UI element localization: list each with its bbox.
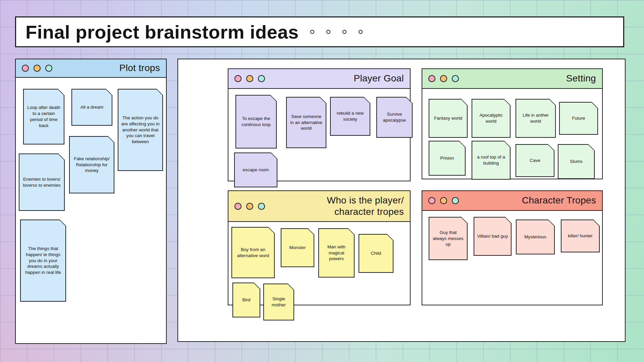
board-frame: Player Goal To escape the continous loop…	[177, 59, 626, 342]
panel-title-line1: Who is the player/	[327, 195, 404, 206]
sticky-note[interactable]: Life in anther world	[516, 99, 556, 138]
panel-setting-header: Setting	[422, 69, 602, 89]
panel-setting[interactable]: Setting Fantasy world Apocalyptic world …	[422, 68, 603, 179]
whiteboard-canvas[interactable]: Final project brainstorm ideas Plot trop…	[0, 0, 644, 362]
sticky-note[interactable]: Mysterious	[516, 220, 555, 254]
traffic-lights	[234, 203, 265, 210]
circle-mint-icon[interactable]	[45, 65, 52, 72]
panel-plot-trops-header: Plot trops	[16, 59, 166, 78]
sticky-note[interactable]: Enemies to lovers/ loverss to enemies	[19, 154, 65, 211]
circle-pink-icon[interactable]	[22, 65, 29, 72]
circle-pink-icon[interactable]	[428, 75, 435, 82]
sticky-note[interactable]: Boy from an alternative word	[231, 227, 275, 278]
panel-title: Character Tropes	[522, 195, 596, 206]
sticky-note[interactable]: Save someone in an alternative world	[286, 97, 326, 148]
circle-pink-icon[interactable]	[234, 203, 241, 210]
traffic-lights	[428, 75, 459, 82]
sticky-note[interactable]: rebuild a new society	[330, 97, 370, 136]
sticky-note[interactable]: Fake relationship/ Relationship for mone…	[69, 136, 114, 193]
sticky-note[interactable]: Guy that always messes up	[429, 217, 468, 260]
circle-orange-icon[interactable]	[34, 65, 41, 72]
panel-title-line2: character tropes	[327, 206, 404, 218]
panel-character-tropes-header: Character Tropes	[422, 191, 602, 211]
sticky-note[interactable]: Fantasy world	[429, 99, 468, 138]
panel-title: Player Goal	[354, 73, 404, 84]
circle-mint-icon[interactable]	[452, 197, 459, 204]
panel-player-tropes-header: Who is the player/ character tropes	[228, 191, 410, 222]
circle-pink-icon[interactable]	[234, 75, 241, 82]
circle-orange-icon[interactable]	[246, 75, 253, 82]
panel-title: Plot trops	[119, 62, 160, 74]
traffic-lights	[234, 75, 265, 82]
sticky-note[interactable]: Future	[559, 102, 598, 135]
sticky-note[interactable]: Survive apocalypse	[376, 97, 413, 138]
sticky-note[interactable]: To escape the continous loop	[235, 95, 277, 148]
traffic-lights	[428, 197, 459, 204]
panel-player-goal[interactable]: Player Goal To escape the continous loop…	[228, 68, 411, 181]
traffic-lights	[22, 65, 52, 72]
sticky-note[interactable]: Cave	[516, 144, 554, 177]
dot-icon	[359, 30, 363, 34]
sticky-note[interactable]: The things that happen/ te things you do…	[20, 220, 66, 302]
circle-mint-icon[interactable]	[258, 203, 265, 210]
page-title: Final project brainstorm ideas	[25, 21, 299, 43]
sticky-note[interactable]: Loop after death to a certain period of …	[23, 89, 64, 144]
sticky-note[interactable]: Single mother	[263, 284, 294, 320]
title-bar: Final project brainstorm ideas	[15, 16, 624, 47]
circle-orange-icon[interactable]	[440, 197, 447, 204]
sticky-note[interactable]: a roof top of a building	[472, 141, 511, 180]
circle-orange-icon[interactable]	[440, 75, 447, 82]
dot-icon	[310, 30, 314, 34]
panel-title: Setting	[566, 73, 596, 84]
sticky-note[interactable]: Prision	[429, 141, 466, 176]
sticky-note[interactable]: killer/ hunter	[561, 220, 600, 252]
dot-icon	[326, 30, 330, 34]
panel-title: Who is the player/ character tropes	[327, 195, 404, 218]
circle-pink-icon[interactable]	[428, 197, 435, 204]
circle-mint-icon[interactable]	[452, 75, 459, 82]
sticky-note[interactable]: Villian/ bad guy	[474, 217, 512, 256]
title-dots	[310, 30, 363, 34]
sticky-note[interactable]: Monster	[281, 228, 314, 267]
panel-player-tropes[interactable]: Who is the player/ character tropes Boy …	[228, 190, 411, 305]
panel-player-goal-header: Player Goal	[228, 69, 410, 89]
panel-character-tropes[interactable]: Character Tropes Guy that always messes …	[422, 190, 603, 305]
sticky-note[interactable]: escape room	[234, 153, 277, 187]
circle-mint-icon[interactable]	[258, 75, 265, 82]
sticky-note[interactable]: Bird	[232, 283, 260, 317]
panel-plot-trops[interactable]: Plot trops Loop after death to a certain…	[15, 59, 167, 344]
sticky-note[interactable]: Slums	[558, 144, 595, 179]
dot-icon	[342, 30, 346, 34]
sticky-note[interactable]: All a dream	[71, 89, 112, 126]
sticky-note[interactable]: Man with magical powers	[318, 228, 355, 278]
sticky-note[interactable]: The action you do are affecting you in a…	[118, 89, 163, 171]
sticky-note[interactable]: Child	[359, 234, 393, 273]
sticky-note[interactable]: Apocalyptic world	[472, 99, 511, 138]
circle-orange-icon[interactable]	[246, 203, 253, 210]
